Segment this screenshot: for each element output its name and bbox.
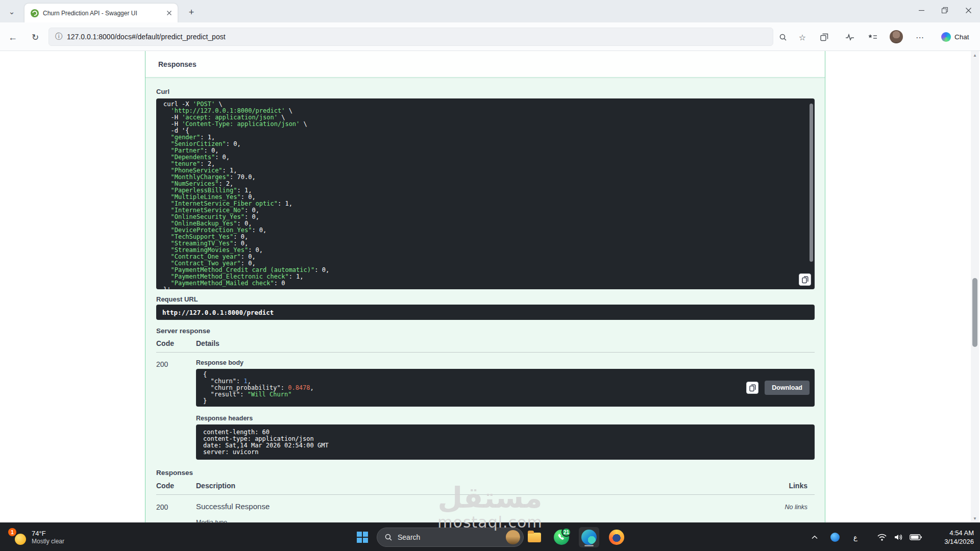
- media-type-label: Media type: [196, 519, 785, 522]
- response-body-controls: Download: [746, 381, 810, 395]
- back-button[interactable]: ←: [5, 31, 20, 44]
- server-response-row: 200 Response body { "churn": 1, "churn_p…: [156, 353, 815, 460]
- tab-actions-button[interactable]: ⌄: [4, 4, 19, 19]
- clock-date: 3/14/2026: [944, 537, 974, 546]
- curl-scrollbar-thumb[interactable]: [810, 104, 813, 262]
- browser-essentials-icon[interactable]: [842, 30, 858, 45]
- doc-links-column-header: Links: [789, 482, 815, 490]
- weather-condition: Mostly clear: [32, 538, 64, 545]
- window-controls: [910, 0, 980, 20]
- responses-inner: Curl curl -X 'POST' \ 'http://127.0.0.1:…: [145, 88, 825, 522]
- doc-code-column-header: Code: [156, 482, 196, 490]
- screen: ⌄ Churn Prediction API - Swagger UI + ← …: [0, 0, 980, 551]
- zoom-icon[interactable]: [775, 30, 791, 45]
- curl-label: Curl: [156, 88, 815, 95]
- search-label: Search: [398, 533, 501, 541]
- favorites-star-icon[interactable]: ☆: [794, 30, 811, 45]
- scroll-up-icon[interactable]: ▲: [971, 51, 979, 59]
- clock-time: 4:54 AM: [944, 529, 974, 537]
- weather-badge: 1: [8, 528, 16, 536]
- response-body-label: Response body: [196, 359, 815, 366]
- volume-icon[interactable]: [891, 530, 905, 544]
- chat-button[interactable]: Chat: [936, 28, 974, 45]
- page-scrollbar[interactable]: ▲ ▼: [971, 51, 979, 522]
- chat-button-label: Chat: [954, 33, 969, 41]
- copy-response-button[interactable]: [746, 382, 758, 394]
- code-column-header: Code: [156, 339, 196, 347]
- firefox-browser-icon[interactable]: [606, 527, 627, 547]
- new-tab-button[interactable]: +: [185, 6, 198, 19]
- response-headers-label: Response headers: [196, 415, 815, 422]
- profile-avatar[interactable]: [890, 30, 903, 43]
- wifi-icon[interactable]: [875, 530, 889, 544]
- weather-temp: 74°F: [32, 530, 64, 538]
- close-button[interactable]: [957, 0, 980, 20]
- browser-tab[interactable]: Churn Prediction API - Swagger UI: [24, 4, 178, 22]
- documented-responses-table-header: Code Description Links: [156, 482, 815, 495]
- details-column-header: Details: [196, 339, 219, 347]
- collections-icon[interactable]: [816, 30, 832, 45]
- site-info-icon[interactable]: ⓘ: [55, 32, 62, 41]
- server-response-label: Server response: [156, 327, 815, 335]
- tab-title: Churn Prediction API - Swagger UI: [43, 10, 160, 17]
- address-bar[interactable]: ⓘ 127.0.0.1:8000/docs#/default/predict_p…: [48, 28, 773, 46]
- curl-code: curl -X 'POST' \ 'http://127.0.0.1:8000/…: [163, 101, 807, 289]
- url-text: 127.0.0.1:8000/docs#/default/predict_pre…: [67, 33, 226, 41]
- request-url-value: http://127.0.0.1:8000/predict: [156, 305, 815, 320]
- tray-expand-icon[interactable]: [808, 530, 821, 544]
- whatsapp-icon[interactable]: 21: [551, 527, 572, 547]
- doc-response-code: 200: [156, 502, 196, 522]
- edge-browser-icon[interactable]: [579, 527, 599, 547]
- scroll-down-icon[interactable]: ▼: [971, 514, 979, 522]
- browser-toolbar: ← ↻ ⓘ 127.0.0.1:8000/docs#/default/predi…: [0, 22, 980, 51]
- taskbar: 1 74°F Mostly clear Search 21: [0, 522, 980, 551]
- page-content: Responses Curl curl -X 'POST' \ 'http://…: [0, 51, 980, 522]
- doc-response-description-col: Successful Response Media type: [196, 502, 785, 522]
- responses-section-title: Responses: [158, 60, 197, 68]
- copilot-chat-icon: [941, 32, 951, 42]
- response-body-code: { "churn": 1, "churn_probability": 0.847…: [203, 371, 807, 405]
- curl-code-block: curl -X 'POST' \ 'http://127.0.0.1:8000/…: [156, 98, 815, 289]
- documented-responses-label: Responses: [156, 469, 815, 477]
- file-explorer-icon[interactable]: [524, 527, 545, 547]
- page-scrollbar-thumb[interactable]: [972, 278, 977, 347]
- response-status-code: 200: [156, 359, 196, 460]
- response-headers-block: content-length: 60 content-type: applica…: [196, 424, 815, 460]
- taskbar-search[interactable]: Search: [377, 528, 524, 547]
- weather-widget[interactable]: 1 74°F Mostly clear: [2, 523, 70, 551]
- swagger-favicon-icon: [31, 9, 39, 17]
- browser-tab-bar: ⌄ Churn Prediction API - Swagger UI +: [0, 0, 980, 22]
- request-url-label: Request URL: [156, 295, 815, 303]
- doc-response-description: Successful Response: [196, 502, 785, 511]
- doc-description-column-header: Description: [196, 482, 235, 490]
- minimize-button[interactable]: [910, 0, 933, 20]
- response-details: Response body { "churn": 1, "churn_proba…: [196, 359, 815, 460]
- restore-button[interactable]: [933, 0, 957, 20]
- weather-sun-icon: 1: [8, 528, 27, 546]
- refresh-button[interactable]: ↻: [28, 31, 43, 44]
- windows-logo-icon: [356, 531, 369, 543]
- search-highlight-image[interactable]: [506, 530, 520, 544]
- server-response-table-header: Code Details: [156, 339, 815, 353]
- search-icon: [384, 533, 393, 541]
- whatsapp-badge: 21: [561, 528, 571, 537]
- swagger-opblock-panel: Responses Curl curl -X 'POST' \ 'http://…: [145, 51, 825, 522]
- responses-section-header: Responses: [145, 51, 825, 78]
- taskbar-clock[interactable]: 4:54 AM 3/14/2026: [944, 529, 974, 546]
- response-body-wrap: { "churn": 1, "churn_probability": 0.847…: [196, 369, 815, 407]
- favorites-bar-icon[interactable]: [865, 30, 881, 45]
- tab-close-icon[interactable]: [164, 9, 174, 18]
- battery-icon[interactable]: [908, 530, 924, 544]
- copy-curl-button[interactable]: [799, 273, 811, 286]
- documented-response-row: 200 Successful Response Media type No li…: [156, 495, 815, 522]
- language-indicator[interactable]: ع: [849, 530, 862, 544]
- doc-response-links: No links: [785, 502, 815, 522]
- response-body-block: { "churn": 1, "churn_probability": 0.847…: [196, 369, 815, 407]
- response-headers-code: content-length: 60 content-type: applica…: [203, 429, 807, 456]
- tray-app-icon[interactable]: [828, 530, 842, 544]
- more-menu-icon[interactable]: ⋯: [912, 30, 928, 45]
- download-button[interactable]: Download: [765, 381, 810, 395]
- start-button[interactable]: [352, 527, 373, 547]
